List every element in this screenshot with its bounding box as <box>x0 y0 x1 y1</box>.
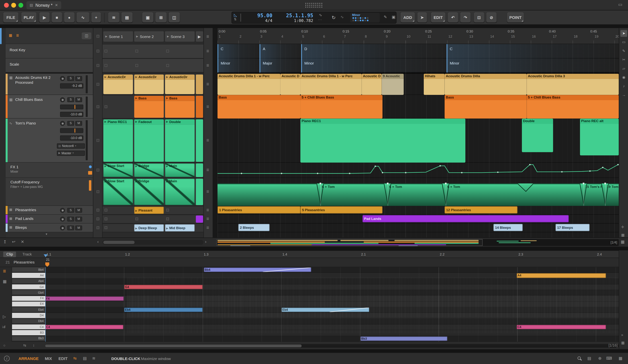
arrangement-overview[interactable]: [1/4] <box>216 239 619 246</box>
arm-record-button[interactable] <box>60 121 65 126</box>
timeline-ruler[interactable]: 0:000:050:100:150:200:250:300:350:400:45… <box>218 28 619 44</box>
scene-header[interactable]: ▶Scene 2 <box>134 31 164 42</box>
add-device-panel-button[interactable]: ⊞ <box>155 12 167 22</box>
piano-key-D4[interactable]: D4 <box>12 313 45 318</box>
launcher-clip[interactable]: ▶AcousticDr <box>134 74 164 94</box>
duplicate-button[interactable]: ⊡ <box>474 12 484 22</box>
track-header-fx1[interactable]: FX 1 Mixer <box>6 163 93 178</box>
play-button[interactable]: ▶ <box>39 12 50 22</box>
zoom-window-button[interactable] <box>18 3 23 7</box>
arm-record-button[interactable] <box>60 217 65 221</box>
volume-value[interactable]: -10.0 dB <box>60 135 83 141</box>
key-scale-display[interactable]: Minor <box>350 13 380 22</box>
arranger-clip-drums[interactable]: Acoustic D <box>280 74 300 95</box>
track-header-drums[interactable]: ▦ Acoustic Drums Kit 2 Processed S M -9.… <box>6 74 93 95</box>
arranger-clip-bass[interactable]: 5 + Chill Blues Bass <box>300 95 383 119</box>
automation-active-dot[interactable] <box>89 165 92 168</box>
arranger-clip-bass[interactable]: 5 + Chill Blues Bass <box>527 95 619 119</box>
arranger-clip-bleeps[interactable]: 17 Bleeps <box>555 224 589 231</box>
track-header-bleeps[interactable]: ▦ Bleeps S M <box>6 223 93 232</box>
overview-options-icon[interactable]: ▦ <box>621 239 625 244</box>
solo-button[interactable]: S <box>67 121 74 126</box>
close-window-button[interactable] <box>4 3 9 7</box>
clip-slot-stop[interactable] <box>104 50 107 52</box>
clip-slot-stop[interactable] <box>135 218 138 220</box>
track-header-cutoff[interactable]: Cutoff Frequency Filter+ + Low-pass MG <box>6 178 93 206</box>
swap-lanes-icon[interactable]: ⇆ <box>23 343 26 347</box>
track-name[interactable]: Bleeps <box>15 225 27 229</box>
scale-row[interactable]: Scale <box>6 59 93 73</box>
launcher-clip[interactable]: ▶Main <box>165 163 195 177</box>
launcher-view-icon[interactable]: ▦ <box>9 33 12 37</box>
launcher-clip[interactable]: ▶Pleasant <box>134 207 164 214</box>
stop-all-clips-button[interactable] <box>96 35 99 38</box>
mode-mix[interactable]: MIX <box>45 357 52 361</box>
piano-key-Db4[interactable]: Db4 <box>12 319 45 324</box>
clip-slot-stop[interactable] <box>166 209 169 211</box>
volume-fader[interactable] <box>60 128 83 133</box>
close-project-icon[interactable]: ✕ <box>55 3 58 7</box>
track-header-pleasantries[interactable]: ▦ Pleasantries S M <box>6 206 93 215</box>
grid-settings-icon[interactable]: ▦ <box>621 233 625 237</box>
edit-scale-icon[interactable]: ✎ <box>384 15 387 19</box>
input-routing-dropdown[interactable]: ⊟ Notconfi ▾ <box>57 144 85 149</box>
launcher-clip-partial[interactable] <box>196 96 203 118</box>
mute-button[interactable]: M <box>75 208 82 213</box>
midi-note[interactable]: A4 <box>517 273 606 278</box>
automation-write-button[interactable]: ∿ <box>77 12 89 22</box>
pointer-tool-icon[interactable]: ➤ <box>620 30 627 37</box>
automation-write-indicator[interactable] <box>88 171 92 175</box>
piano-panel-icon[interactable]: ▦ <box>619 356 622 360</box>
editor-scrollbar-thumb[interactable] <box>45 345 302 347</box>
panel-layout-icon[interactable]: ▤ <box>83 356 87 360</box>
globe-icon[interactable]: ⊕ <box>598 356 602 360</box>
output-routing-dropdown[interactable]: ▶ Master ▾ <box>57 151 85 156</box>
mode-arrange[interactable]: ARRANGE <box>18 357 39 361</box>
launcher-clip[interactable]: ▶Double <box>165 119 195 162</box>
launcher-clip-partial[interactable] <box>196 179 203 205</box>
midi-note[interactable]: Eb4 <box>281 308 369 312</box>
stop-button[interactable]: ■ <box>52 12 62 22</box>
launcher-clip-partial[interactable] <box>196 119 203 162</box>
audition-icon[interactable]: ▷ <box>3 314 6 319</box>
piano-key-Bb3[interactable]: Bb3 <box>12 336 45 341</box>
mode-edit[interactable]: EDIT <box>59 357 68 361</box>
project-tab[interactable]: ▤ Norway * ✕ <box>26 1 61 9</box>
launcher-clip[interactable]: ▶Fadeout <box>134 119 164 162</box>
audition-tool-icon[interactable]: ♪ <box>620 83 627 90</box>
arranger-clip-drums[interactable]: Acoustic Drums Dilla 1 - w Perc <box>300 74 362 95</box>
arm-record-button[interactable] <box>60 208 65 213</box>
launcher-clip[interactable]: ▶Piano REC1 <box>103 119 133 162</box>
automation-lane-name[interactable]: Cutoff Frequency <box>10 180 39 184</box>
dual-panel-button[interactable]: ◫ <box>169 12 180 22</box>
piano-roll[interactable]: Bb4A4G4F4Eb4Eb4C4C4Bb3 <box>45 267 619 342</box>
piano-key-A4[interactable]: A4 <box>12 273 45 278</box>
midi-note[interactable]: F4 <box>45 296 124 301</box>
point-menu-button[interactable]: POINT <box>507 12 524 22</box>
tempo-value[interactable]: 95.00 <box>246 12 272 18</box>
track-stop-button[interactable] <box>96 50 99 52</box>
snap-icon[interactable]: ✛ <box>621 225 624 229</box>
launcher-clip[interactable]: ▶Deep Bleep <box>134 224 164 231</box>
launcher-clip[interactable]: ▶Bass <box>134 96 164 118</box>
delete-button[interactable]: ⊘ <box>486 12 497 22</box>
mute-button[interactable]: M <box>75 217 82 221</box>
launcher-clip[interactable]: ▶Bass <box>165 96 195 118</box>
zoom-tool-icon[interactable]: ◉ <box>620 74 627 81</box>
undo-button[interactable]: ↶ <box>448 12 458 22</box>
insert-scene-icon[interactable]: ↥ <box>3 239 6 244</box>
arranger-clip-pleasantries[interactable]: 1 Pleasantries <box>218 206 300 214</box>
clip-slot-stop[interactable] <box>166 218 169 220</box>
launcher-clip[interactable]: ▶AcousticDr <box>103 74 133 94</box>
tab-track[interactable]: Track <box>19 251 35 257</box>
add-button-small[interactable]: + <box>91 12 101 22</box>
midi-note[interactable]: C4 <box>45 325 123 329</box>
launcher-clip[interactable]: ▶Bridge <box>134 163 164 177</box>
volume-fader[interactable] <box>60 104 83 109</box>
minimize-window-button[interactable] <box>11 3 16 7</box>
mixer-strip-icon[interactable]: ≋ <box>92 356 95 360</box>
arranger-timeline[interactable]: 0:000:050:100:150:200:250:300:350:400:45… <box>218 28 619 237</box>
knife-tool-icon[interactable]: ✂ <box>620 57 627 63</box>
track-stop-button[interactable] <box>96 226 99 229</box>
arranger-clip-piano[interactable]: Double <box>522 119 553 152</box>
